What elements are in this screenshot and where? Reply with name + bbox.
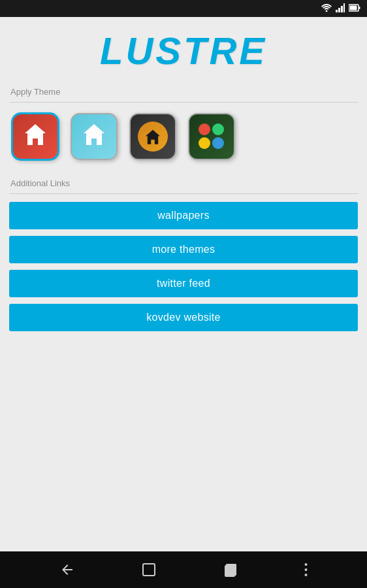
svg-point-17 xyxy=(305,574,308,576)
app-title: LUSTRE xyxy=(9,17,358,82)
signal-icon xyxy=(336,3,345,14)
clover-green xyxy=(212,123,224,135)
svg-rect-4 xyxy=(343,3,345,12)
theme-icon-4[interactable] xyxy=(188,113,235,160)
theme-icons-row xyxy=(9,110,358,171)
svg-marker-9 xyxy=(84,124,104,145)
svg-rect-3 xyxy=(341,6,343,12)
svg-rect-1 xyxy=(336,10,338,12)
more-themes-button[interactable]: more themes xyxy=(9,236,358,263)
svg-rect-14 xyxy=(227,564,236,575)
clover-blue xyxy=(212,137,224,149)
home-icon-1 xyxy=(22,122,48,152)
clover-icon xyxy=(199,123,225,150)
orange-house-icon xyxy=(138,122,168,152)
clover-red xyxy=(199,123,210,135)
theme-icon-3[interactable] xyxy=(129,113,176,160)
nav-recents-button[interactable] xyxy=(212,557,249,583)
home-icon-2 xyxy=(81,122,107,152)
svg-rect-11 xyxy=(143,564,155,576)
wallpapers-button[interactable]: wallpapers xyxy=(9,202,358,229)
svg-marker-10 xyxy=(146,130,160,144)
kovdev-website-button[interactable]: kovdev website xyxy=(9,304,358,331)
nav-bar xyxy=(0,551,367,588)
nav-back-button[interactable] xyxy=(49,557,86,583)
main-content: LUSTRE Apply Theme xyxy=(0,17,367,551)
svg-point-15 xyxy=(305,563,308,566)
twitter-feed-button[interactable]: twitter feed xyxy=(9,270,358,297)
svg-rect-2 xyxy=(338,8,340,12)
svg-rect-6 xyxy=(350,5,357,10)
status-bar xyxy=(0,0,367,17)
theme-icon-2[interactable] xyxy=(71,113,118,160)
additional-links-header: Additional Links xyxy=(9,173,358,194)
svg-rect-7 xyxy=(359,7,360,9)
svg-point-16 xyxy=(305,568,308,571)
additional-links-section: Additional Links wallpapers more themes … xyxy=(9,173,358,331)
svg-point-0 xyxy=(326,10,328,12)
theme-icon-1[interactable] xyxy=(12,113,59,160)
battery-icon xyxy=(349,4,360,14)
nav-home-button[interactable] xyxy=(131,557,167,583)
clover-yellow xyxy=(199,137,210,149)
apply-theme-header: Apply Theme xyxy=(9,82,358,103)
svg-marker-8 xyxy=(25,124,46,145)
nav-menu-button[interactable] xyxy=(294,557,318,582)
wifi-icon xyxy=(321,4,332,14)
